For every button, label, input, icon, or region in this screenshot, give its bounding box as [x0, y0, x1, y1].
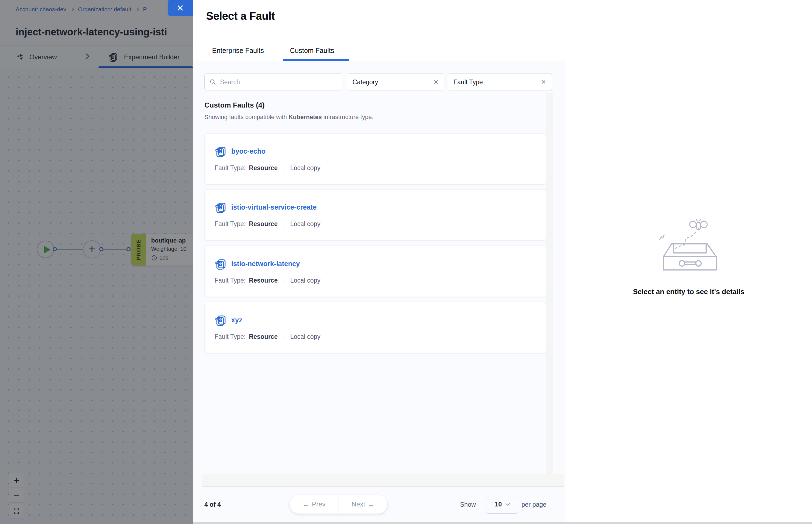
fault-type-filter[interactable]: Fault Type ✕ — [448, 73, 552, 91]
empty-state-text: Select an entity to see it's details — [633, 288, 744, 296]
fault-copy-label: Local copy — [290, 164, 320, 172]
clear-filter-icon[interactable]: ✕ — [536, 79, 546, 86]
next-page-button[interactable]: Next → — [339, 495, 387, 513]
tab-enterprise-faults[interactable]: Enterprise Faults — [212, 47, 264, 54]
chevron-down-icon — [506, 501, 510, 506]
divider: | — [283, 220, 285, 228]
list-subtext: Showing faults compatible with Kubernete… — [204, 114, 374, 121]
fault-icon — [215, 201, 227, 214]
fault-name-link[interactable]: istio-virtual-service-create — [231, 203, 317, 211]
page-size-value: 10 — [495, 501, 502, 508]
list-heading: Custom Faults (4) — [204, 101, 265, 110]
fault-card[interactable]: istio-network-latency Fault Type: Resour… — [204, 246, 546, 297]
arrow-right-icon: → — [368, 501, 375, 508]
fault-name-link[interactable]: istio-network-latency — [231, 260, 300, 268]
category-filter-label: Category — [352, 79, 378, 86]
category-filter[interactable]: Category ✕ — [347, 73, 444, 91]
fault-type-value: Resource — [249, 333, 278, 341]
drawer-bottom-edge — [193, 522, 812, 524]
select-fault-drawer: Select a Fault Enterprise Faults Custom … — [193, 0, 812, 524]
active-tab-underline — [283, 59, 349, 61]
show-label: Show — [460, 501, 476, 508]
fault-card[interactable]: xyz Fault Type: Resource | Local copy — [204, 302, 546, 353]
drawer-header: Select a Fault Enterprise Faults Custom … — [193, 0, 812, 61]
empty-drawer-illustration — [654, 218, 723, 276]
fault-meta: Fault Type: Resource | Local copy — [215, 333, 320, 341]
drawer-close-button[interactable] — [168, 0, 193, 16]
divider: | — [283, 277, 285, 284]
fault-meta: Fault Type: Resource | Local copy — [215, 220, 320, 228]
fault-type-value: Resource — [249, 164, 278, 172]
divider: | — [283, 165, 285, 172]
fault-icon — [215, 258, 227, 270]
search-icon — [210, 79, 216, 85]
fault-type-label: Fault Type: — [215, 164, 246, 172]
fault-type-label: Fault Type: — [215, 333, 246, 341]
fault-icon — [215, 314, 227, 326]
close-icon — [177, 4, 184, 12]
fault-type-label: Fault Type: — [215, 277, 246, 284]
prev-page-button[interactable]: ← Prev — [290, 495, 339, 513]
fault-icon — [215, 145, 227, 158]
pagination-bar: 4 of 4 ← Prev Next → Show 10 — [193, 487, 565, 522]
fault-card[interactable]: byoc-echo Fault Type: Resource | Local c… — [204, 133, 546, 184]
fault-card[interactable]: istio-virtual-service-create Fault Type:… — [204, 189, 546, 240]
arrow-left-icon: ← — [302, 501, 309, 508]
clear-filter-icon[interactable]: ✕ — [429, 79, 438, 86]
fault-details-panel: Select an entity to see it's details — [565, 61, 812, 524]
drawer-title: Select a Fault — [206, 10, 275, 22]
horizontal-scrollbar[interactable] — [202, 474, 564, 487]
fault-copy-label: Local copy — [290, 333, 320, 341]
fault-copy-label: Local copy — [290, 277, 320, 284]
fault-type-value: Resource — [249, 220, 278, 228]
fault-copy-label: Local copy — [290, 220, 320, 228]
pagination-range: 4 of 4 — [204, 501, 221, 508]
fault-search — [204, 73, 342, 91]
drawer-body: Category ✕ Fault Type ✕ Custom Faults (4… — [193, 61, 812, 524]
search-input[interactable] — [220, 79, 337, 86]
vertical-scrollbar[interactable] — [546, 93, 553, 474]
fault-meta: Fault Type: Resource | Local copy — [215, 164, 320, 172]
fault-type-filter-label: Fault Type — [453, 79, 483, 86]
screen: Account: chaos-dev Organization: default… — [0, 0, 812, 524]
fault-list-panel: Category ✕ Fault Type ✕ Custom Faults (4… — [193, 61, 565, 524]
fault-name-link[interactable]: xyz — [231, 316, 242, 324]
fault-name-link[interactable]: byoc-echo — [231, 147, 266, 155]
fault-type-value: Resource — [249, 277, 278, 284]
pagination-buttons: ← Prev Next → — [290, 495, 387, 513]
divider: | — [283, 333, 285, 341]
tab-custom-faults[interactable]: Custom Faults — [290, 47, 334, 54]
per-page-label: per page — [521, 501, 546, 508]
fault-meta: Fault Type: Resource | Local copy — [215, 277, 320, 284]
fault-type-label: Fault Type: — [215, 220, 246, 228]
page-size-select[interactable]: 10 — [486, 495, 518, 513]
